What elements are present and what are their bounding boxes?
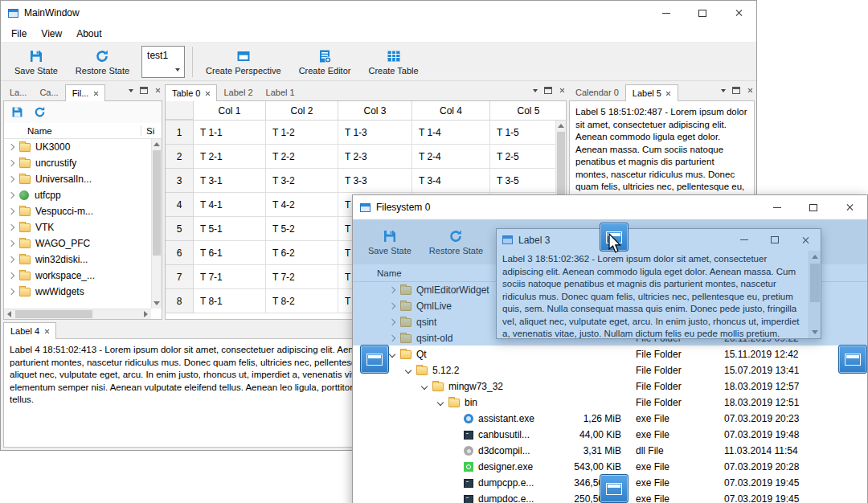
row-header[interactable]: 6 [166,241,194,265]
undock-icon[interactable] [140,87,148,94]
scroll-left-icon[interactable] [7,311,11,317]
save-state-button[interactable]: Save State [8,46,64,78]
tabs-menu-icon[interactable] [129,89,133,92]
restore-state-button[interactable]: Restore State [69,46,136,78]
tab-table-0[interactable]: Table 0 [165,84,217,101]
scrollbar-thumb[interactable] [153,150,161,256]
scrollbar-thumb[interactable] [15,310,92,318]
table-cell[interactable]: T 5-1 [194,217,266,241]
dock-indicator-left[interactable] [360,345,389,374]
tree-item[interactable]: win32diski... [4,251,162,268]
table-cell[interactable]: T 3-1 [194,169,266,193]
table-cell[interactable]: T 2-1 [194,145,266,169]
fs-row[interactable]: QtFile Folder15.11.2019 12:42 [353,346,867,362]
scroll-down-icon[interactable] [154,301,160,305]
tree-item[interactable]: UK3000 [4,139,162,155]
tree-item[interactable]: Vespucci-m... [4,203,162,219]
table-cell[interactable]: T 3-3 [338,169,412,193]
tab-label-1[interactable]: Label 1 [260,84,301,100]
table-cell[interactable]: T 1-2 [266,121,338,145]
create-table-button[interactable]: Create Table [362,46,424,78]
table-cell[interactable]: T 1-3 [338,121,412,145]
chevron-down-icon[interactable] [437,399,444,406]
tab-label-2[interactable]: Label 2 [217,84,259,100]
tab-label-5[interactable]: Label 5 [625,84,678,101]
fs-row[interactable]: mingw73_32File Folder18.03.2019 12:57 [353,378,867,395]
table-cell[interactable]: T 6-2 [266,241,338,265]
tab-calendar-0[interactable]: Calendar 0 [569,84,625,100]
menu-about[interactable]: About [69,25,108,42]
column-header[interactable]: Col 2 [266,101,338,120]
perspective-combobox[interactable]: test1 [141,46,185,78]
table-cell[interactable]: T 4-1 [194,193,266,217]
table-cell[interactable]: T 2-4 [412,145,490,169]
table-cell[interactable]: T 1-1 [194,121,266,145]
scroll-right-icon[interactable] [144,311,148,317]
fs-row[interactable]: designer.exe543,00 KiBexe File07.03.2019… [353,459,867,475]
fs-row[interactable]: 5.12.2File Folder15.07.2019 13:41 [353,362,867,378]
dock-indicator-bottom[interactable] [600,474,628,503]
close-dock-icon[interactable] [747,88,752,93]
table-cell[interactable]: T 3-4 [412,169,490,193]
table-cell[interactable]: T 6-1 [194,241,266,265]
fs-row[interactable]: binFile Folder18.03.2019 12:51 [353,395,867,411]
dock-indicator-right[interactable] [838,345,867,374]
fs-row[interactable]: d3dcompil...3,31 MiBdll File11.03.2014 1… [353,443,867,459]
chevron-down-icon[interactable] [405,367,411,374]
column-header[interactable]: Col 3 [338,101,412,120]
table-cell[interactable]: T 2-3 [338,145,412,169]
fs-row[interactable]: canbusutil...44,00 KiBexe File07.03.2019… [353,427,867,443]
table-cell[interactable]: T 7-1 [194,265,266,289]
close-dock-icon[interactable] [154,88,160,93]
chevron-right-icon[interactable] [8,256,14,263]
tabs-menu-icon[interactable] [721,89,726,92]
table-cell[interactable]: T 4-2 [266,193,338,217]
minimize-button[interactable] [648,1,684,25]
close-button[interactable] [831,195,867,219]
tree-item[interactable]: utfcpp [4,187,162,203]
tree-item[interactable]: workspace_... [4,268,162,284]
table-cell[interactable]: T 8-1 [194,289,266,313]
horizontal-scrollbar[interactable] [4,309,151,319]
name-column-header[interactable]: Name [4,126,52,136]
undock-icon[interactable] [732,87,740,94]
menu-view[interactable]: View [34,25,69,42]
size-column-header[interactable]: Si [146,126,154,136]
row-header[interactable]: 3 [166,169,194,193]
chevron-right-icon[interactable] [8,272,14,279]
tree-item[interactable]: VTK [4,219,162,235]
chevron-right-icon[interactable] [8,224,14,231]
corner-header[interactable] [166,101,194,120]
tab-close-icon[interactable] [665,91,671,96]
undock-icon[interactable] [544,87,552,94]
table-cell[interactable]: T 7-2 [266,265,338,289]
table-cell[interactable]: T 5-2 [266,217,338,241]
main-titlebar[interactable]: MainWindow [1,1,756,25]
tree-item[interactable]: UniversalIn... [4,171,162,187]
tree-item[interactable]: WAGO_PFC [4,235,162,251]
tab-close-icon[interactable] [43,329,49,334]
tab-label-4[interactable]: Label 4 [3,322,56,339]
create-editor-button[interactable]: Create Editor [293,46,358,78]
tab-labels[interactable]: La... [3,84,33,100]
table-cell[interactable]: T 2-2 [266,145,338,169]
tree-item[interactable]: wwWidgets [4,284,162,300]
row-header[interactable]: 1 [166,121,194,145]
chevron-down-icon[interactable] [389,351,395,358]
chevron-down-icon[interactable] [421,383,428,390]
row-header[interactable]: 7 [166,265,194,289]
table-cell[interactable]: T 1-4 [412,121,490,145]
chevron-right-icon[interactable] [8,176,14,182]
column-header[interactable]: Col 4 [412,101,490,120]
tabs-menu-icon[interactable] [533,89,538,92]
filesystem-titlebar[interactable]: Filesystem 0 [353,195,867,219]
tab-close-icon[interactable] [92,91,98,96]
vertical-scrollbar[interactable] [151,139,162,309]
tab-close-icon[interactable] [204,91,210,96]
tab-filesystem[interactable]: Fil... [65,84,106,101]
fs-row[interactable]: assistant.exe1,26 MiBexe File07.03.2019 … [353,411,867,427]
table-cell[interactable]: T 8-2 [266,289,338,313]
maximize-button[interactable] [795,195,831,219]
scroll-up-icon[interactable] [558,124,564,128]
create-perspective-button[interactable]: Create Perspective [199,46,288,78]
